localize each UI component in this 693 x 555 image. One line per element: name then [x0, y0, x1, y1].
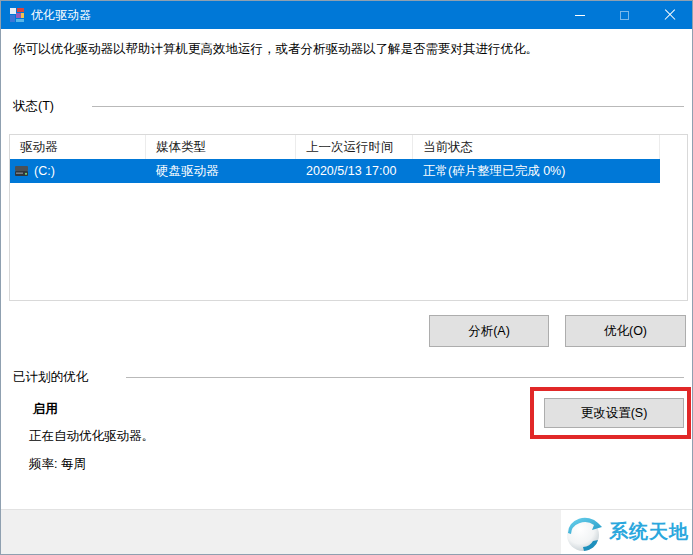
scheduled-group-divider	[126, 377, 684, 378]
table-row-drive-c[interactable]: (C:) 硬盘驱动器 2020/5/13 17:00 正常(碎片整理已完成 0%…	[10, 159, 660, 183]
cell-drive: (C:)	[10, 159, 146, 183]
scheduled-group-header: 已计划的优化	[13, 369, 684, 386]
status-group-label: 状态(T)	[13, 98, 54, 115]
close-button[interactable]	[647, 1, 692, 29]
change-settings-button[interactable]: 更改设置(S)	[544, 398, 684, 428]
maximize-button	[602, 1, 647, 29]
hard-drive-icon	[14, 163, 30, 179]
column-header-last-run[interactable]: 上一次运行时间	[296, 135, 413, 159]
dialog-description: 你可以优化驱动器以帮助计算机更高效地运行，或者分析驱动器以了解是否需要对其进行优…	[13, 41, 673, 58]
drives-table[interactable]: 驱动器 媒体类型 上一次运行时间 当前状态 (C:) 硬盘驱动器 2020/5/…	[9, 134, 688, 301]
scheduled-group-label: 已计划的优化	[13, 369, 88, 386]
table-header: 驱动器 媒体类型 上一次运行时间 当前状态	[10, 135, 687, 159]
optimize-button[interactable]: 优化(O)	[565, 315, 686, 347]
scheduled-state-label: 启用	[33, 401, 58, 418]
watermark-globe-icon	[561, 510, 607, 554]
cell-media-type: 硬盘驱动器	[146, 159, 296, 183]
minimize-button[interactable]	[557, 1, 602, 29]
minimize-icon	[575, 15, 585, 16]
cell-drive-label: (C:)	[34, 159, 55, 183]
column-header-current-status[interactable]: 当前状态	[413, 135, 660, 159]
column-header-drive[interactable]: 驱动器	[10, 135, 146, 159]
watermark-text: 系统天地	[609, 519, 689, 545]
defrag-app-icon	[9, 7, 25, 23]
watermark: 系统天地	[561, 510, 692, 554]
optimize-drives-window: 优化驱动器 你可以优化驱动器以帮助计算机更高效地运行，或者分析驱动器以了解是否需…	[0, 0, 693, 555]
status-group-header: 状态(T)	[13, 98, 684, 115]
close-icon	[664, 9, 676, 21]
cell-last-run: 2020/5/13 17:00	[296, 159, 413, 183]
cell-current-status: 正常(碎片整理已完成 0%)	[413, 159, 660, 183]
window-title: 优化驱动器	[31, 7, 91, 24]
column-header-media-type[interactable]: 媒体类型	[146, 135, 296, 159]
status-group-divider	[92, 106, 684, 107]
window-controls	[557, 1, 692, 29]
titlebar[interactable]: 优化驱动器	[1, 1, 692, 29]
analyze-button[interactable]: 分析(A)	[429, 315, 549, 347]
scheduled-frequency: 频率: 每周	[29, 456, 86, 473]
scheduled-description: 正在自动优化驱动器。	[29, 428, 154, 445]
maximize-icon	[620, 11, 629, 20]
